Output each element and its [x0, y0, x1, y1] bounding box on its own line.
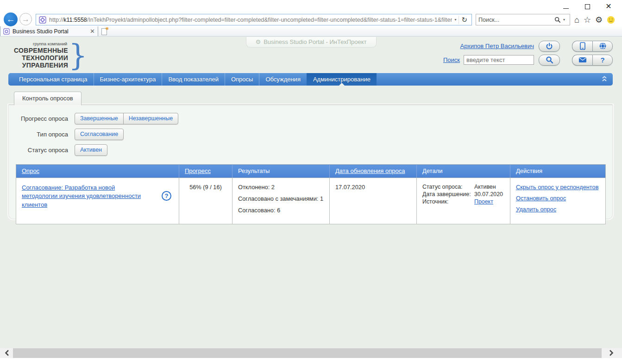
user-name-link[interactable]: Архипов Петр Васильевич [460, 43, 534, 49]
horizontal-scrollbar[interactable] [0, 348, 622, 358]
logo-subtitle: группа компаний [14, 41, 67, 46]
mobile-version-button[interactable] [572, 41, 592, 52]
logo-brace-icon: } [69, 42, 88, 69]
action-hide-survey-link[interactable]: Скрыть опрос у респондентов [516, 184, 600, 191]
content-panel: Прогресс опроса Завершенные Незавершенны… [8, 105, 613, 219]
browser-forward-button[interactable]: → [19, 13, 32, 25]
survey-link[interactable]: Согласование: Разработка новой методолог… [22, 184, 146, 209]
tab-favicon [3, 28, 10, 35]
mobile-phone-icon [580, 42, 585, 50]
detail-label-source: Источник: [422, 198, 472, 205]
filters: Прогресс опроса Завершенные Незавершенны… [9, 105, 612, 161]
tab-close-icon[interactable]: ✕ [90, 28, 95, 35]
minimize-icon [563, 8, 569, 9]
detail-source-link[interactable]: Проект [474, 198, 504, 205]
chevron-left-icon [5, 350, 9, 356]
nav-item-administration[interactable]: Администрирование [307, 73, 377, 86]
detail-value-end-date: 30.07.2020 [474, 191, 504, 197]
portal-page: группа компаний СОВРЕМЕННЫЕ ТЕХНОЛОГИИ У… [0, 37, 622, 348]
feedback-smiley-icon[interactable] [607, 16, 615, 24]
settings-gear-icon[interactable]: ⚙ [595, 16, 603, 24]
forward-arrow-icon: → [22, 15, 30, 24]
detail-label-end-date: Дата завершение: [422, 191, 472, 197]
portal-title-text: Business Studio Portal - ИнТехПроект [264, 38, 366, 45]
search-link[interactable]: Поиск [443, 56, 460, 63]
scroll-right-button[interactable] [609, 350, 614, 356]
filter-button-active[interactable]: Активен [75, 144, 107, 156]
portal-gear-icon: ⚙ [255, 38, 261, 45]
action-delete-survey-link[interactable]: Удалить опрос [516, 206, 600, 213]
portal-title-badge: ⚙ Business Studio Portal - ИнТехПроект [245, 37, 376, 48]
refresh-icon[interactable]: ↻ [459, 16, 470, 24]
globe-icon [599, 42, 607, 50]
user-panel: Архипов Петр Васильевич [443, 40, 613, 68]
browser-tab[interactable]: Business Studio Portal ✕ [0, 26, 98, 36]
cell-survey: Согласование: Разработка новой методолог… [16, 178, 179, 224]
filter-label-progress: Прогресс опроса [9, 115, 68, 122]
action-stop-survey-link[interactable]: Остановить опрос [516, 195, 600, 202]
double-chevron-up-icon [602, 75, 607, 82]
home-icon[interactable]: ⌂ [574, 16, 579, 24]
table-row: Согласование: Разработка новой методолог… [16, 178, 606, 224]
window-minimize-button[interactable] [555, 1, 577, 12]
filter-button-approval[interactable]: Согласование [75, 129, 124, 140]
cell-details: Статус опроса: Активен Дата завершение: … [417, 178, 510, 224]
site-favicon [39, 16, 46, 24]
browser-tabbar: Business Studio Portal ✕ ✱ [0, 26, 622, 37]
column-header-survey[interactable]: Опрос [16, 165, 179, 178]
column-header-actions: Действия [510, 165, 606, 178]
column-header-updated[interactable]: Дата обновления опроса [330, 165, 417, 178]
portal-search-input[interactable] [464, 55, 534, 65]
column-header-progress[interactable]: Прогресс [179, 165, 232, 178]
survey-info-icon[interactable]: ? [162, 191, 171, 201]
filter-label-type: Тип опроса [9, 131, 68, 138]
window-close-button[interactable]: ✕ [598, 1, 619, 12]
column-header-results: Результаты [232, 165, 330, 178]
url-dropdown-icon[interactable]: ▾ [452, 18, 459, 22]
main-navigation: Персональная страница Бизнес-архитектура… [8, 73, 613, 86]
maximize-icon [585, 4, 590, 9]
nav-item-discussions[interactable]: Обсуждения [259, 73, 307, 86]
detail-label-status: Статус опроса: [422, 184, 472, 190]
tab-poll-control[interactable]: Контроль опросов [14, 92, 82, 105]
cell-updated-date: 17.07.2020 [330, 178, 417, 224]
address-bar[interactable]: http://k11:5558/InTekhProyekt/adminpollo… [36, 14, 472, 25]
logout-button[interactable] [539, 41, 560, 52]
company-logo: группа компаний СОВРЕМЕННЫЕ ТЕХНОЛОГИИ У… [14, 41, 88, 69]
favorites-star-icon[interactable]: ☆ [584, 16, 591, 24]
window-maximize-button[interactable] [577, 1, 598, 12]
nav-item-business-architecture[interactable]: Бизнес-архитектура [94, 73, 162, 86]
search-icon[interactable] [554, 17, 561, 23]
scrollbar-thumb[interactable] [13, 348, 602, 358]
language-button[interactable] [592, 41, 613, 52]
help-button[interactable]: ? [592, 55, 613, 66]
help-icon: ? [600, 56, 604, 64]
scroll-left-button[interactable] [5, 350, 9, 356]
column-header-details: Детали [417, 165, 510, 178]
filter-label-status: Статус опроса [9, 147, 68, 154]
power-icon [546, 43, 553, 50]
new-tab-button[interactable]: ✱ [98, 27, 110, 36]
search-dropdown-icon[interactable]: ▾ [561, 18, 567, 22]
filter-button-completed[interactable]: Завершенные [75, 113, 124, 124]
browser-search-input[interactable] [478, 17, 554, 23]
nav-item-polls[interactable]: Опросы [225, 73, 259, 86]
surveys-table: Опрос Прогресс Результаты Дата обновлени… [16, 164, 606, 224]
cell-results: Отклонено: 2 Согласовано с замечаниями: … [232, 178, 330, 224]
nav-collapse-button[interactable] [602, 75, 607, 82]
browser-back-button[interactable]: ← [4, 12, 18, 26]
browser-search-box[interactable]: ▾ [476, 14, 570, 25]
chevron-right-icon [609, 350, 614, 356]
back-arrow-icon: ← [6, 14, 15, 25]
browser-toolbar: ← → http://k11:5558/InTekhProyekt/adminp… [0, 13, 622, 26]
filter-button-uncompleted[interactable]: Незавершенные [123, 113, 179, 124]
portal-search-button[interactable] [539, 55, 560, 66]
bottom-strip [0, 358, 622, 364]
tab-title: Business Studio Portal [13, 28, 87, 35]
nav-item-indicators-input[interactable]: Ввод показателей [162, 73, 225, 86]
url-text[interactable]: http://k11:5558/InTekhProyekt/adminpollo… [49, 17, 452, 23]
nav-item-personal-page[interactable]: Персональная страница [13, 73, 94, 86]
table-header-row: Опрос Прогресс Результаты Дата обновлени… [16, 165, 606, 178]
messages-button[interactable] [572, 55, 592, 66]
cell-actions: Скрыть опрос у респондентов Остановить о… [510, 178, 606, 224]
